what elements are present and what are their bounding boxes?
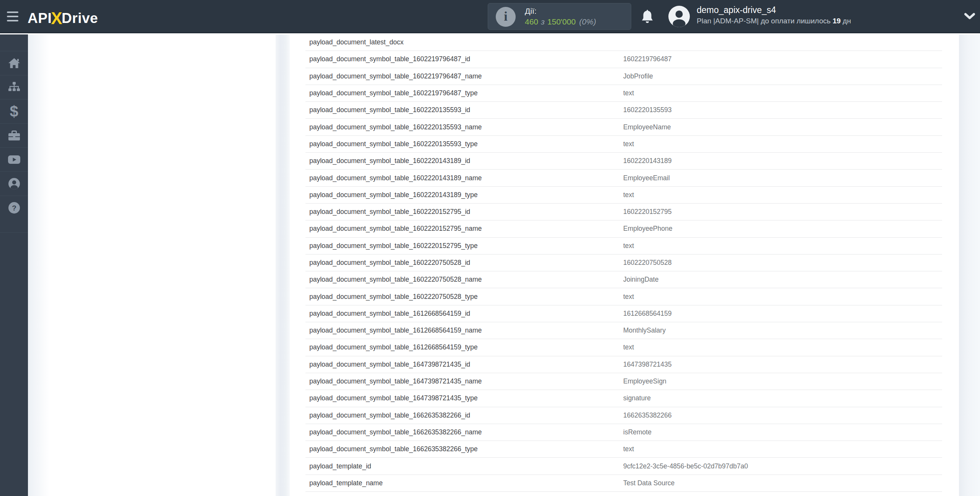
table-row: payload_document_symbol_table_1662635382… — [305, 441, 942, 458]
apixdrive-app: APIXDrive i Дії: 460з150'000(0%) — [0, 0, 980, 496]
actions-total: 150'000 — [547, 17, 576, 26]
table-row: payload_document_symbol_table_1647398721… — [305, 373, 942, 390]
row-value: text — [623, 293, 942, 301]
user-icon — [8, 178, 20, 190]
sidebar-item-profile[interactable] — [0, 171, 28, 196]
actions-usage-counter[interactable]: i Дії: 460з150'000(0%) — [488, 3, 631, 30]
row-value: text — [623, 191, 942, 199]
left-pane — [28, 34, 276, 496]
table-row: payload_document_symbol_table_1602220135… — [305, 119, 942, 135]
logo-part-drive: Drive — [62, 10, 98, 26]
sidebar-item-business[interactable] — [0, 123, 28, 147]
row-value: text — [623, 445, 942, 453]
table-row: payload_document_symbol_table_1602220750… — [305, 271, 942, 288]
apixdrive-logo[interactable]: APIXDrive — [28, 8, 98, 27]
actions-percent: (0%) — [579, 17, 596, 26]
table-row: payload_document_latest_docx — [305, 34, 942, 51]
row-key: payload_document_symbol_table_1602220143… — [305, 157, 623, 165]
table-row: payload_document_symbol_table_1647398721… — [305, 356, 942, 373]
row-key: payload_document_symbol_table_1602219796… — [305, 89, 623, 97]
row-key: payload_document_symbol_table_1602220750… — [305, 293, 623, 301]
chevron-down-icon[interactable] — [964, 13, 975, 20]
row-key: payload_template_name — [305, 479, 623, 487]
row-key: payload_document_symbol_table_1662635382… — [305, 411, 623, 419]
dollar-icon: $ — [10, 104, 18, 119]
row-value: signature — [623, 394, 942, 402]
row-value: 1612668564159 — [623, 310, 942, 318]
row-value: 9cfc12e2-3c5e-4856-be5c-02d7b97db7a0 — [623, 462, 942, 470]
info-icon: i — [496, 7, 516, 27]
row-key: payload_document_latest_docx — [305, 38, 623, 46]
left-pane-scrollbar[interactable] — [276, 34, 290, 496]
row-key: payload_document_symbol_table_1602220152… — [305, 225, 623, 233]
table-row: payload_document_symbol_table_1602220135… — [305, 102, 942, 119]
account-plan: Plan |ADM-AP-SM| до оплати лишилось 19 д… — [697, 16, 851, 26]
sidebar-item-help[interactable]: ? — [0, 196, 28, 220]
youtube-icon — [8, 155, 21, 164]
row-key: payload_document_symbol_table_1602220750… — [305, 259, 623, 267]
row-key: payload_document_symbol_table_1612668564… — [305, 310, 623, 318]
table-row: payload_document_symbol_table_1647398721… — [305, 390, 942, 407]
row-value: MonthlySalary — [623, 326, 942, 334]
hamburger-menu-icon[interactable] — [7, 11, 18, 21]
row-key: payload_document_symbol_table_1662635382… — [305, 428, 623, 436]
row-value: 1662635382266 — [623, 411, 942, 419]
row-value: isRemote — [623, 428, 942, 436]
table-row: payload_document_symbol_table_1602220750… — [305, 255, 942, 271]
row-value: EmployeeSign — [623, 377, 942, 385]
briefcase-icon — [8, 130, 21, 141]
table-row: payload_document_symbol_table_1662635382… — [305, 424, 942, 441]
row-value: 1602220135593 — [623, 106, 942, 114]
sidebar-item-connections[interactable] — [0, 75, 28, 99]
row-key: payload_document_symbol_table_1602220135… — [305, 123, 623, 131]
row-key: payload_document_symbol_table_1612668564… — [305, 343, 623, 351]
row-key: payload_document_symbol_table_1602219796… — [305, 55, 623, 63]
table-row: payload_document_symbol_table_1612668564… — [305, 305, 942, 322]
sidebar-nav: $ — [0, 34, 28, 496]
row-value: text — [623, 140, 942, 148]
row-value: 1602219796487 — [623, 55, 942, 63]
home-icon — [8, 57, 21, 69]
row-value: text — [623, 89, 942, 97]
row-value: EmployeeEmail — [623, 174, 942, 182]
logo-x: X — [51, 9, 62, 28]
bell-icon[interactable] — [640, 10, 655, 25]
row-key: payload_document_symbol_table_1602220135… — [305, 140, 623, 148]
row-value: Test Data Source — [623, 479, 942, 487]
page-scrollbar[interactable] — [959, 34, 980, 496]
table-row: payload_document_symbol_table_1602219796… — [305, 51, 942, 68]
table-row: payload_template_name Test Data Source — [305, 475, 942, 492]
row-value: JoiningDate — [623, 276, 942, 284]
sidebar-item-home[interactable] — [0, 51, 28, 75]
row-value: 1602220750528 — [623, 259, 942, 267]
avatar[interactable] — [668, 5, 690, 28]
row-value: 1647398721435 — [623, 361, 942, 369]
svg-text:?: ? — [12, 204, 16, 212]
table-row: payload_document_symbol_table_1602220152… — [305, 204, 942, 220]
sidebar-item-billing[interactable]: $ — [0, 99, 28, 123]
table-row: payload_document_symbol_table_1612668564… — [305, 339, 942, 356]
actions-used: 460 — [525, 17, 538, 26]
table-row: payload_template_id 9cfc12e2-3c5e-4856-b… — [305, 458, 942, 475]
row-key: payload_document_symbol_table_1602219796… — [305, 72, 623, 80]
row-key: payload_document_symbol_table_1602220135… — [305, 106, 623, 114]
table-row: payload_document_symbol_table_1602220143… — [305, 187, 942, 204]
account-name: demo_apix-drive_s4 — [697, 4, 851, 16]
row-key: payload_template_id — [305, 462, 623, 470]
row-value: 1602220152795 — [623, 208, 942, 216]
table-row: payload_template_custom_fonts Arial — [305, 492, 942, 496]
account-info[interactable]: demo_apix-drive_s4 Plan |ADM-AP-SM| до о… — [697, 4, 851, 26]
row-key: payload_document_symbol_table_1602220143… — [305, 191, 623, 199]
actions-of-word: з — [541, 17, 545, 26]
table-row: payload_document_symbol_table_1602220750… — [305, 288, 942, 305]
row-value: text — [623, 242, 942, 250]
row-key: payload_document_symbol_table_1602220750… — [305, 276, 623, 284]
row-value: text — [623, 343, 942, 351]
row-key: payload_document_symbol_table_1647398721… — [305, 377, 623, 385]
sidebar-item-video[interactable] — [0, 147, 28, 171]
row-key: payload_document_symbol_table_1602220143… — [305, 174, 623, 182]
table-row: payload_document_symbol_table_1602219796… — [305, 85, 942, 102]
table-row: payload_document_symbol_table_1602220135… — [305, 136, 942, 153]
actions-label: Дії: — [525, 6, 596, 16]
table-row: payload_document_symbol_table_1662635382… — [305, 407, 942, 424]
